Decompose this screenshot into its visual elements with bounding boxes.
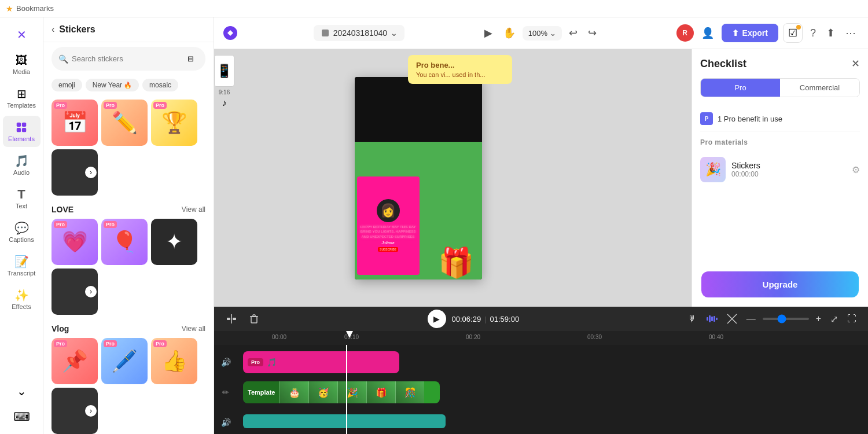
vlog-view-all[interactable]: View all bbox=[182, 325, 205, 333]
add-collaborator-button[interactable]: 👤 bbox=[698, 24, 717, 42]
track-green-clip[interactable]: Template 🎂 🥳 🎉 🎁 🎊 bbox=[243, 381, 440, 403]
export-button[interactable]: ⬆ Export bbox=[722, 24, 778, 42]
edit-button-2[interactable]: ✏ bbox=[220, 386, 231, 399]
sidebar-item-keyboard[interactable]: ⌨ bbox=[3, 405, 41, 428]
next-arrow-icon[interactable]: › bbox=[85, 286, 97, 297]
undo-button[interactable]: ↩ bbox=[565, 23, 581, 43]
zoom-range-slider[interactable] bbox=[763, 318, 809, 320]
tag-mosaic[interactable]: mosaic bbox=[142, 79, 178, 91]
sticker-item-more[interactable]: › bbox=[52, 388, 98, 434]
zoom-level-label: 100% bbox=[528, 29, 547, 38]
split-button[interactable] bbox=[724, 311, 740, 326]
upgrade-button[interactable]: Upgrade bbox=[701, 271, 859, 297]
track-controls-1: 🔊 bbox=[214, 356, 237, 369]
tab-pro[interactable]: Pro bbox=[701, 79, 780, 97]
material-time: 00:00:00 bbox=[731, 170, 846, 178]
next-arrow-icon[interactable]: › bbox=[85, 167, 97, 178]
bookmarks-section[interactable]: ★ Bookmarks bbox=[6, 4, 54, 13]
volume-button-3[interactable]: 🔊 bbox=[219, 416, 233, 429]
sidebar-item-audio[interactable]: 🎵 Audio bbox=[3, 149, 41, 181]
fullscreen-button[interactable]: ⛶ bbox=[845, 311, 859, 326]
tag-emoji[interactable]: emoji bbox=[52, 79, 82, 91]
play-mode-button[interactable]: ▶ bbox=[481, 23, 496, 43]
sidebar-item-more[interactable]: ⌄ bbox=[3, 380, 41, 403]
sticker-item-sparkle[interactable]: ✦ bbox=[151, 219, 197, 265]
search-input[interactable] bbox=[72, 54, 176, 63]
sticker-item[interactable]: Pro 💗 bbox=[52, 219, 98, 265]
waveform-button[interactable] bbox=[704, 311, 720, 327]
sidebar-item-templates[interactable]: ⊞ Templates bbox=[3, 82, 41, 113]
sticker-item[interactable]: Pro 🖊️ bbox=[101, 338, 148, 384]
keyboard-icon: ⌨ bbox=[14, 410, 28, 424]
text-label: Text bbox=[16, 203, 27, 209]
sticker-item-more[interactable]: › bbox=[52, 269, 98, 315]
zoom-in-button[interactable]: + bbox=[814, 311, 823, 326]
ruler-tick-4: 00:40 bbox=[709, 331, 723, 341]
zoom-selector[interactable]: 100% ⌄ bbox=[523, 26, 562, 41]
checklist-close-button[interactable]: ✕ bbox=[851, 57, 860, 70]
sidebar-item-captions[interactable]: 💬 Captions bbox=[3, 216, 41, 248]
next-arrow-icon[interactable]: › bbox=[85, 405, 97, 417]
gift-sticker: 🎁 bbox=[433, 222, 479, 279]
sidebar-item-elements[interactable]: Elements bbox=[3, 116, 41, 147]
svg-rect-3 bbox=[22, 128, 26, 132]
tab-commercial[interactable]: Commercial bbox=[780, 79, 859, 97]
sidebar-item-menu[interactable]: ✕ bbox=[3, 23, 41, 46]
subscribe-btn: SUBSCRIBE bbox=[378, 247, 398, 252]
canvas-frame[interactable]: 👩 HAPPY BIRTHDAY MAY THIS DAY BRING YOU … bbox=[355, 77, 482, 279]
sticker-item[interactable]: Pro 📅 bbox=[52, 100, 98, 146]
track-pro-badge: Pro bbox=[248, 358, 263, 366]
checklist-header: Checklist ✕ bbox=[700, 57, 860, 70]
project-name-label: 202403181040 bbox=[333, 28, 387, 38]
timeline-tracks: 🔊 Pro 🎵 ✏ T bbox=[214, 345, 868, 434]
project-name-selector[interactable]: 202403181040 ⌄ bbox=[314, 25, 404, 41]
help-button[interactable]: ? bbox=[807, 24, 819, 42]
microphone-button[interactable]: 🎙 bbox=[685, 311, 699, 326]
track-content-3[interactable] bbox=[237, 410, 868, 434]
vlog-section: Vlog View all Pro 📌 Pro 🖊️ Pro 👍 bbox=[52, 324, 205, 434]
scissors-icon bbox=[727, 314, 737, 324]
track-pink-clip[interactable]: Pro 🎵 bbox=[243, 351, 399, 373]
stickers-search-container: 🔍 ⊟ bbox=[43, 42, 214, 75]
track-content-2[interactable]: Template 🎂 🥳 🎉 🎁 🎊 bbox=[237, 380, 868, 405]
sticker-item-more[interactable]: › bbox=[52, 149, 98, 196]
canvas-viewport: 📱 9:16 ♪ 👩 HAPPY BIRTH bbox=[214, 49, 692, 307]
volume-button-1[interactable]: 🔊 bbox=[219, 356, 233, 369]
birthday-card-content: 👩 HAPPY BIRTHDAY MAY THIS DAY BRING YOU … bbox=[357, 176, 420, 275]
material-settings-icon[interactable]: ⚙ bbox=[852, 164, 860, 175]
sticker-item[interactable]: Pro ✏️ bbox=[101, 100, 148, 146]
share-button[interactable]: ⬆ bbox=[823, 24, 838, 42]
sticker-item[interactable]: Pro 📌 bbox=[52, 338, 98, 384]
track-content-1[interactable]: Pro 🎵 bbox=[237, 350, 868, 375]
svg-rect-1 bbox=[22, 123, 26, 127]
redo-button[interactable]: ↪ bbox=[584, 23, 600, 43]
sidebar-item-transcript[interactable]: 📝 Transcript bbox=[3, 250, 41, 281]
zoom-chevron-icon: ⌄ bbox=[550, 29, 556, 38]
delete-tool-button[interactable] bbox=[247, 311, 262, 326]
split-tool-button[interactable] bbox=[223, 311, 240, 327]
effects-icon: ✨ bbox=[14, 288, 28, 302]
brand-logo bbox=[223, 26, 237, 40]
sidebar-item-text[interactable]: T Text bbox=[3, 183, 41, 214]
play-pause-button[interactable]: ▶ bbox=[428, 310, 446, 328]
split-icon bbox=[226, 313, 237, 325]
more-options-button[interactable]: ⋯ bbox=[843, 24, 859, 42]
filter-button[interactable]: ⊟ bbox=[183, 51, 198, 67]
sticker-item[interactable]: Pro 🏆 bbox=[151, 100, 197, 146]
sidebar-item-effects[interactable]: ✨ Effects bbox=[3, 284, 41, 315]
love-view-all[interactable]: View all bbox=[182, 205, 205, 214]
main-layout: ✕ 🖼 Media ⊞ Templates Elements 🎵 Audio bbox=[0, 17, 868, 434]
tag-new-year[interactable]: New Year bbox=[86, 79, 139, 91]
notification-dot bbox=[796, 25, 801, 30]
hand-tool-button[interactable]: ✋ bbox=[499, 23, 519, 43]
fit-button[interactable]: ⤢ bbox=[828, 311, 840, 327]
trending-grid: Pro 📅 Pro ✏️ Pro 🏆 › bbox=[52, 100, 205, 196]
back-button[interactable]: ‹ bbox=[52, 24, 54, 35]
sidebar-item-media[interactable]: 🖼 Media bbox=[3, 49, 41, 80]
sticker-item[interactable]: Pro 🎈 bbox=[101, 219, 148, 265]
track-teal-clip[interactable] bbox=[243, 414, 446, 428]
captions-label: Captions bbox=[9, 236, 34, 243]
zoom-out-button[interactable]: — bbox=[744, 311, 758, 326]
checklist-button[interactable]: ☑ bbox=[783, 23, 803, 43]
sticker-item[interactable]: Pro 👍 bbox=[151, 338, 197, 384]
